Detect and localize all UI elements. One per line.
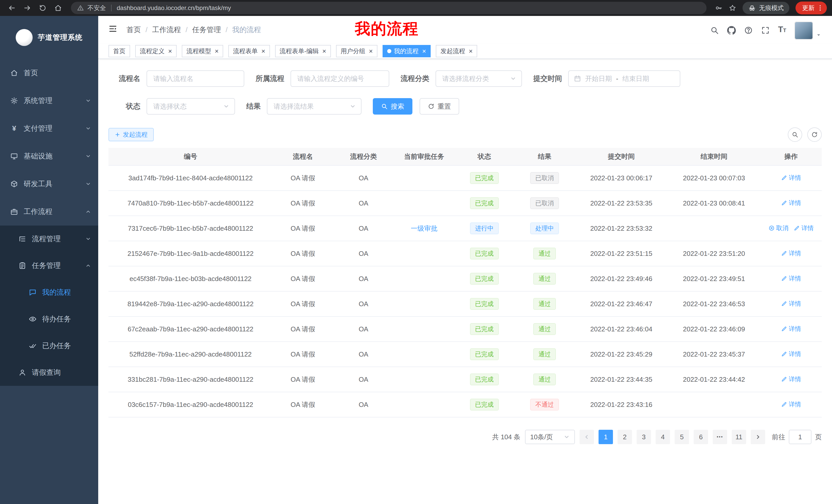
cancel-link[interactable]: 取消	[769, 224, 788, 232]
page-size-select[interactable]: 10条/页	[525, 430, 575, 444]
tab-4[interactable]: 流程表单-编辑×	[275, 45, 331, 57]
cell-process-name: OA 请假	[272, 191, 333, 216]
breadcrumb-item[interactable]: 工作流程	[152, 25, 181, 35]
tab-2[interactable]: 流程模型×	[182, 45, 223, 57]
help-button[interactable]	[744, 21, 753, 39]
prev-page-button[interactable]	[579, 430, 594, 444]
url-text[interactable]: dashboard.yudao.iocoder.cn/bpm/task/my	[117, 4, 231, 11]
link-label: 详情	[789, 199, 801, 207]
kebab-menu-icon[interactable]	[816, 4, 824, 11]
github-link[interactable]	[727, 21, 736, 39]
detail-link[interactable]: 详情	[794, 224, 814, 232]
close-icon[interactable]: ×	[215, 48, 218, 54]
sidebar-item-my-process[interactable]: 我的流程	[0, 279, 98, 306]
close-icon[interactable]: ×	[168, 48, 172, 54]
close-icon[interactable]: ×	[422, 48, 426, 54]
result-select[interactable]: 请选择流结果	[267, 98, 362, 115]
tab-6[interactable]: 我的流程×	[383, 45, 431, 57]
search-button[interactable]: 搜索	[373, 98, 412, 115]
detail-link[interactable]: 详情	[781, 325, 801, 333]
next-page-button[interactable]	[751, 430, 765, 444]
cell-status: 已完成	[454, 367, 514, 392]
sidebar-item-process-management[interactable]: 流程管理	[0, 226, 98, 252]
current-task-link[interactable]: 一级审批	[411, 224, 437, 233]
detail-link[interactable]: 详情	[781, 300, 801, 308]
sidebar-item-leave-query[interactable]: 请假查询	[0, 359, 98, 386]
menu-label: 工作流程	[24, 207, 52, 217]
cell-result: 已取消	[514, 191, 575, 216]
breadcrumb-item[interactable]: 首页	[127, 25, 141, 35]
detail-link[interactable]: 详情	[781, 375, 801, 383]
sidebar-item-done-tasks[interactable]: 已办任务	[0, 332, 98, 359]
cell-current-task	[394, 392, 454, 417]
create-process-button[interactable]: 发起流程	[108, 128, 154, 141]
detail-link[interactable]: 详情	[781, 249, 801, 257]
page-button-5[interactable]: 5	[675, 430, 689, 444]
browser-back-button[interactable]	[5, 2, 19, 14]
browser-update-button[interactable]: 更新	[796, 2, 827, 15]
sidebar-item-workflow[interactable]: 工作流程	[0, 198, 98, 226]
search-icon	[381, 103, 388, 110]
browser-reload-button[interactable]	[36, 2, 49, 14]
detail-link[interactable]: 详情	[781, 350, 801, 358]
close-icon[interactable]: ×	[261, 48, 265, 54]
end-date-placeholder[interactable]: 结束日期	[622, 74, 649, 83]
result-placeholder: 请选择流结果	[274, 102, 314, 111]
refresh-table-button[interactable]	[807, 128, 822, 142]
password-key-icon[interactable]	[715, 4, 723, 12]
start-date-placeholder[interactable]: 开始日期	[585, 74, 612, 83]
close-icon[interactable]: ×	[469, 48, 473, 54]
sidebar-item-infrastructure[interactable]: 基础设施	[0, 142, 98, 170]
cell-end-time	[668, 392, 760, 417]
avatar[interactable]	[795, 22, 813, 39]
sidebar-item-todo-tasks[interactable]: 待办任务	[0, 306, 98, 332]
tab-1[interactable]: 流程定义×	[135, 45, 177, 57]
browser-forward-button[interactable]	[21, 2, 34, 14]
status-select[interactable]: 请选择状态	[147, 98, 235, 115]
cell-result: 通过	[514, 266, 575, 291]
tab-7[interactable]: 发起流程×	[436, 45, 477, 57]
toggle-search-button[interactable]	[788, 128, 802, 142]
header-search-button[interactable]	[710, 21, 719, 39]
sidebar-item-system[interactable]: 系统管理	[0, 87, 98, 115]
sidebar-item-task-management[interactable]: 任务管理	[0, 252, 98, 279]
link-label: 详情	[789, 300, 801, 308]
page-button-11[interactable]: 11	[732, 430, 746, 444]
sidebar-item-payment[interactable]: ¥ 支付管理	[0, 115, 98, 142]
detail-link[interactable]: 详情	[781, 199, 801, 207]
category-select[interactable]: 请选择流程分类	[436, 71, 522, 87]
font-size-button[interactable]: TT	[778, 20, 786, 39]
cell-status: 进行中	[454, 216, 514, 241]
tab-5[interactable]: 用户分组×	[336, 45, 378, 57]
browser-home-button[interactable]	[51, 2, 65, 14]
sidebar-item-home[interactable]: 首页	[0, 59, 98, 87]
reset-button[interactable]: 重置	[420, 98, 459, 115]
process-name-input[interactable]	[147, 71, 244, 87]
detail-link[interactable]: 详情	[781, 400, 801, 409]
page-button-1[interactable]: 1	[599, 430, 613, 444]
page-button-3[interactable]: 3	[636, 430, 651, 444]
goto-page-input[interactable]	[789, 430, 811, 444]
submit-time-range-picker[interactable]: 开始日期 - 结束日期	[568, 71, 680, 87]
security-label[interactable]: 不安全	[87, 4, 106, 12]
fullscreen-button[interactable]	[761, 21, 770, 39]
user-menu[interactable]	[795, 22, 822, 39]
pager-ellipsis[interactable]: •••	[713, 430, 727, 444]
page-button-2[interactable]: 2	[618, 430, 632, 444]
sidebar-toggle-button[interactable]	[108, 24, 117, 35]
breadcrumb-item[interactable]: 任务管理	[192, 25, 221, 35]
detail-link[interactable]: 详情	[781, 174, 801, 182]
address-bar[interactable]: 不安全 dashboard.yudao.iocoder.cn/bpm/task/…	[71, 2, 706, 14]
close-icon[interactable]: ×	[322, 48, 326, 54]
sidebar-item-devtools[interactable]: 研发工具	[0, 170, 98, 198]
tab-3[interactable]: 流程表单×	[228, 45, 270, 57]
process-definition-input[interactable]	[290, 71, 389, 87]
close-icon[interactable]: ×	[369, 48, 373, 54]
page-button-6[interactable]: 6	[694, 430, 708, 444]
page-button-4[interactable]: 4	[656, 430, 670, 444]
app-logo[interactable]: 芋道管理系统	[0, 16, 98, 59]
tab-0[interactable]: 首页	[108, 45, 130, 57]
detail-link[interactable]: 详情	[781, 274, 801, 283]
bookmark-star-icon[interactable]	[729, 4, 736, 12]
menu-label: 流程管理	[32, 234, 61, 244]
